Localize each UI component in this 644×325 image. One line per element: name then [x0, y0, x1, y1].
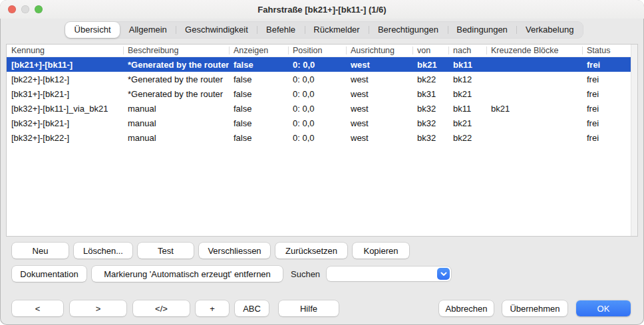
cell-ausrichtung: west	[346, 118, 412, 128]
cell-von: bk22	[412, 74, 448, 84]
routes-table: KennungBeschreibungAnzeigenPositionAusri…	[7, 45, 637, 236]
table-row[interactable]: [bk21+]-[bk11-]*Generated by the routerf…	[7, 57, 637, 72]
cell-status: frei	[582, 74, 629, 84]
cell-von: bk32	[412, 118, 448, 128]
next-button[interactable]: >	[70, 300, 126, 316]
cell-kennung: [bk21+]-[bk11-]	[7, 60, 123, 70]
cell-anzeigen: false	[229, 133, 288, 143]
cell-beschreibung: manual	[123, 118, 229, 128]
cell-beschreibung: *Generated by the router	[123, 60, 229, 70]
secondary-action-row: Dokumentation Markierung 'Automatisch er…	[12, 266, 451, 282]
table-header: KennungBeschreibungAnzeigenPositionAusri…	[7, 45, 637, 57]
traffic-lights	[8, 5, 43, 13]
table-row[interactable]: [bk32+]-[bk21-]manualfalse0: 0,0westbk32…	[7, 116, 637, 130]
navigation-row: <></>+ABCHilfe	[12, 300, 339, 316]
dokumentation-button[interactable]: Dokumentation	[12, 266, 86, 282]
action-button-row: NeuLöschen...TestVerschliessenZurücksetz…	[12, 243, 409, 259]
cell-position: 0: 0,0	[288, 74, 346, 84]
prev-button[interactable]: <	[12, 300, 63, 316]
cell-ausrichtung: west	[346, 74, 412, 84]
title-bar[interactable]: Fahrstraße [bk21+]-[bk11-] (1/6)	[0, 0, 644, 19]
tab-geschwindigkeit[interactable]: Geschwindigkeit	[176, 22, 257, 38]
cell-ausrichtung: west	[346, 133, 412, 143]
hilfe-button[interactable]: Hilfe	[279, 300, 339, 316]
plus-button[interactable]: +	[196, 300, 229, 316]
remove-auto-flag-button[interactable]: Markierung 'Automatisch erzeugt' entfern…	[92, 266, 283, 282]
test-button[interactable]: Test	[138, 243, 194, 259]
abc-button[interactable]: ABC	[235, 300, 269, 316]
cell-nach: bk12	[448, 74, 486, 84]
table-body: [bk21+]-[bk11-]*Generated by the routerf…	[7, 57, 637, 145]
search-input[interactable]	[327, 267, 451, 281]
cell-status: frei	[582, 60, 629, 70]
tab-verkabelung[interactable]: Verkabelung	[516, 22, 583, 38]
vertical-scrollbar[interactable]	[631, 45, 637, 236]
column-header-position[interactable]: Position	[288, 45, 346, 56]
column-header-kreuzende[interactable]: Kreuzende Blöcke	[486, 45, 582, 56]
cell-nach: bk11	[448, 104, 486, 114]
cell-position: 0: 0,0	[288, 133, 346, 143]
column-header-nach[interactable]: nach	[448, 45, 486, 56]
table-row[interactable]: [bk22+]-[bk12-]*Generated by the routerf…	[7, 72, 637, 86]
suchen-label: Suchen	[291, 269, 320, 279]
column-header-von[interactable]: von	[412, 45, 448, 56]
abbrechen-button[interactable]: Abbrechen	[439, 300, 494, 316]
column-header-ausrichtung[interactable]: Ausrichtung	[346, 45, 412, 56]
neu-button[interactable]: Neu	[12, 243, 69, 259]
column-header-beschreibung[interactable]: Beschreibung	[123, 45, 229, 56]
cell-kreuzende: bk21	[486, 104, 582, 114]
tab-allgemein[interactable]: Allgemein	[120, 22, 176, 38]
close-button[interactable]	[8, 5, 16, 13]
cell-anzeigen: false	[229, 60, 288, 70]
code-button[interactable]: </>	[133, 300, 190, 316]
tab-ubersicht[interactable]: Übersicht	[65, 22, 120, 38]
cell-ausrichtung: west	[346, 89, 412, 99]
cell-anzeigen: false	[229, 89, 288, 99]
cell-kennung: [bk22+]-[bk12-]	[7, 74, 123, 84]
minimize-button[interactable]	[21, 5, 29, 13]
tab-berechtigungen[interactable]: Berechtigungen	[369, 22, 447, 38]
cell-beschreibung: manual	[123, 133, 229, 143]
cell-nach: bk21	[448, 89, 486, 99]
cell-position: 0: 0,0	[288, 118, 346, 128]
cell-kennung: [bk31+]-[bk21-]	[7, 89, 123, 99]
search-dropdown-button[interactable]	[437, 268, 450, 280]
cell-kennung: [bk32+]-[bk22-]	[7, 133, 123, 143]
cell-beschreibung: manual	[123, 104, 229, 114]
chevron-down-icon	[440, 272, 447, 276]
kopieren-button[interactable]: Kopieren	[353, 243, 409, 259]
column-header-anzeigen[interactable]: Anzeigen	[229, 45, 288, 56]
ok-button[interactable]: OK	[576, 300, 631, 316]
cell-position: 0: 0,0	[288, 89, 346, 99]
loeschen-button[interactable]: Löschen...	[74, 243, 132, 259]
search-combobox	[327, 267, 451, 281]
table-row[interactable]: [bk31+]-[bk21-]*Generated by the routerf…	[7, 86, 637, 101]
cell-anzeigen: false	[229, 104, 288, 114]
cell-von: bk32	[412, 133, 448, 143]
tab-ruckmelder[interactable]: Rückmelder	[305, 22, 369, 38]
column-header-status[interactable]: Status	[582, 45, 629, 56]
cell-von: bk32	[412, 104, 448, 114]
tab-befehle[interactable]: Befehle	[257, 22, 304, 38]
cell-status: frei	[582, 118, 629, 128]
cell-status: frei	[582, 89, 629, 99]
cell-anzeigen: false	[229, 74, 288, 84]
cell-nach: bk21	[448, 118, 486, 128]
cell-ausrichtung: west	[346, 60, 412, 70]
cell-status: frei	[582, 104, 629, 114]
cell-ausrichtung: west	[346, 104, 412, 114]
cell-position: 0: 0,0	[288, 104, 346, 114]
cell-status: frei	[582, 133, 629, 143]
table-row[interactable]: [bk32+]-[bk11-]_via_bk21manualfalse0: 0,…	[7, 101, 637, 116]
fahrstrasse-dialog: Fahrstraße [bk21+]-[bk11-] (1/6) Übersic…	[0, 0, 644, 325]
cell-von: bk31	[412, 89, 448, 99]
cell-kennung: [bk32+]-[bk11-]_via_bk21	[7, 104, 123, 114]
zuruecksetzen-button[interactable]: Zurücksetzen	[275, 243, 347, 259]
verschliessen-button[interactable]: Verschliessen	[199, 243, 270, 259]
zoom-button[interactable]	[35, 5, 43, 13]
column-header-kennung[interactable]: Kennung	[7, 45, 123, 56]
tab-bar: ÜbersichtAllgemeinGeschwindigkeitBefehle…	[65, 21, 583, 39]
tab-bedingungen[interactable]: Bedingungen	[448, 22, 517, 38]
table-row[interactable]: [bk32+]-[bk22-]manualfalse0: 0,0westbk32…	[7, 130, 637, 145]
uebernehmen-button[interactable]: Übernehmen	[502, 300, 567, 316]
